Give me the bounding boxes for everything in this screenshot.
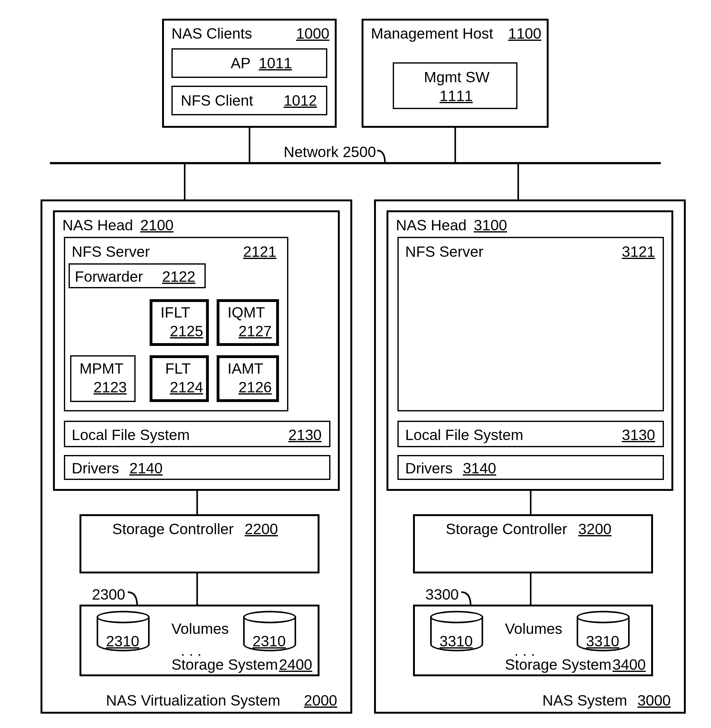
forwarder-title: Forwarder — [75, 268, 143, 285]
drivers-2140-title: Drivers — [72, 460, 119, 477]
nas-clients-id: 1000 — [296, 25, 329, 42]
drivers-2140-id: 2140 — [129, 460, 163, 477]
network-bus — [50, 162, 661, 164]
nfs-server-3121 — [397, 237, 664, 411]
vol-3310-left: 3310 — [440, 633, 473, 650]
conn-head-ctrl-3 — [530, 491, 531, 514]
iqmt-id: 2127 — [239, 323, 272, 340]
nas-head-3100-id: 3100 — [474, 217, 507, 234]
nas-virt-id: 2000 — [304, 692, 337, 709]
nas-virt-title: NAS Virtualization System — [106, 692, 280, 709]
flt-id: 2124 — [170, 379, 203, 396]
lfs-2130-id: 2130 — [288, 426, 322, 444]
network-label: Network 2500 — [284, 143, 376, 161]
nas-head-2100-id: 2100 — [140, 217, 174, 234]
disk-unit-3300: 3300 — [425, 586, 459, 603]
storage-ctrl-3200-title: Storage Controller — [446, 520, 567, 538]
mgmt-sw-id: 1111 — [440, 87, 473, 105]
lfs-3130-title: Local File System — [405, 426, 523, 444]
nfs-client-label: NFS Client — [181, 92, 253, 109]
iqmt-title: IQMT — [227, 304, 265, 321]
forwarder-id: 2122 — [162, 268, 195, 285]
nfs-server-3121-title: NFS Server — [405, 243, 484, 260]
vol-2310-right: 2310 — [252, 633, 286, 650]
conn-bus-nassys — [518, 164, 519, 200]
conn-clients-bus — [249, 128, 250, 162]
iamt-id: 2126 — [239, 379, 272, 396]
storage-sys-2400-id: 2400 — [279, 656, 312, 673]
nfs-server-2121-id: 2121 — [243, 243, 276, 260]
ap-label: AP — [231, 55, 251, 72]
vol-3310-right: 3310 — [586, 633, 620, 650]
mgmt-host-id: 1100 — [508, 25, 541, 42]
storage-sys-3400-title: Storage System — [505, 656, 611, 673]
nfs-server-3121-id: 3121 — [622, 243, 655, 260]
drivers-3140-id: 3140 — [463, 460, 496, 477]
nas-clients-title: NAS Clients — [171, 25, 252, 42]
nas-head-2100-title: NAS Head — [62, 217, 133, 234]
disk-unit-2300: 2300 — [92, 586, 125, 603]
lfs-3130-id: 3130 — [622, 426, 655, 444]
nas-sys-title: NAS System — [542, 692, 627, 709]
iamt-title: IAMT — [227, 360, 263, 377]
nfs-server-2121-title: NFS Server — [72, 243, 150, 260]
ap-id: 1011 — [259, 55, 292, 72]
storage-sys-2400-title: Storage System — [171, 656, 278, 673]
mgmt-sw-label: Mgmt SW — [424, 69, 490, 86]
storage-ctrl-3200-id: 3200 — [578, 520, 612, 538]
drivers-3140-title: Drivers — [405, 460, 453, 477]
iflt-id: 2125 — [170, 323, 203, 340]
conn-mgmt-bus — [454, 128, 456, 162]
nas-head-3100-title: NAS Head — [396, 217, 467, 234]
storage-sys-3400-id: 3400 — [612, 656, 646, 673]
conn-head-ctrl-2 — [196, 491, 198, 514]
mpmt-id: 2123 — [93, 379, 127, 396]
architecture-diagram: NAS Clients 1000 AP 1011 NFS Client 1012… — [12, 12, 698, 717]
conn-bus-nasvirt — [184, 164, 186, 200]
storage-ctrl-2200-title: Storage Controller — [112, 520, 234, 538]
volumes-label-3: Volumes — [505, 620, 562, 637]
vol-2310-left: 2310 — [106, 633, 139, 650]
flt-title: FLT — [165, 360, 191, 377]
mgmt-host-title: Management Host — [371, 25, 493, 42]
volumes-label-2: Volumes — [171, 620, 229, 637]
mpmt-title: MPMT — [80, 360, 124, 377]
nas-sys-id: 3000 — [637, 692, 671, 709]
iflt-title: IFLT — [161, 304, 190, 321]
nfs-client-id: 1012 — [284, 92, 317, 109]
lfs-2130-title: Local File System — [72, 426, 190, 444]
storage-ctrl-2200-id: 2200 — [245, 520, 278, 538]
